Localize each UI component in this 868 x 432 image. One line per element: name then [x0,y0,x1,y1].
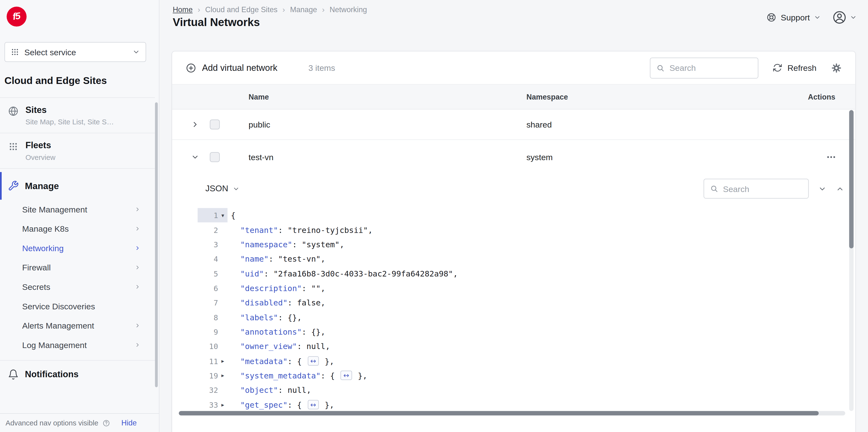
sidebar-item-service-discoveries[interactable]: Service Discoveries [0,296,155,316]
column-header-actions: Actions [808,85,835,109]
sidebar-item-log-management[interactable]: Log Management [0,335,155,355]
breadcrumb-separator: › [322,5,324,13]
row-checkbox[interactable] [210,152,220,162]
refresh-button[interactable]: Refresh [773,63,816,72]
sidebar-item-fleets[interactable]: FleetsOverview [0,133,155,169]
code-text: "namespace": "system", [227,240,344,249]
sidebar-item-site-management[interactable]: Site Management [0,200,155,219]
vertical-scrollbar [849,110,854,411]
chevron-down-icon[interactable] [818,185,826,193]
account-menu[interactable] [832,10,857,25]
code-line: 4"name": "test-vn", [172,252,847,266]
code-line: 6"description": "", [172,281,847,295]
code-text: "get_spec": { ↔ }, [227,400,334,410]
sidebar-item-manage-k8s[interactable]: Manage K8s [0,219,155,238]
breadcrumb-item-cloud-and-edge-sites[interactable]: Cloud and Edge Sites [205,5,278,13]
table-search[interactable] [650,57,758,78]
breadcrumb-item-home[interactable]: Home [173,5,193,13]
service-selector[interactable]: Select service [4,42,146,62]
sidebar-item-label: Manage K8s [22,224,69,234]
line-number: 3 [197,240,218,249]
code-text: { [227,211,236,220]
code-line: 5"uid": "2faa16b8-3d0c-4033-bac2-99fa642… [172,266,847,281]
chevron-right-icon [134,284,141,290]
fold-open-icon[interactable]: ▾ [218,212,228,218]
json-search[interactable] [704,179,809,199]
settings-icon[interactable] [831,62,842,73]
sidebar-item-alerts-management[interactable]: Alerts Management [0,316,155,335]
f5-logo-text: f5 [12,11,21,23]
sidebar-item-label: Manage [25,180,59,191]
json-viewer-controls [704,179,844,199]
support-label: Support [781,13,810,22]
sidebar-item-firewall[interactable]: Firewall [0,258,155,277]
header-actions: Support [767,10,857,25]
sidebar-footer: Advanced nav options visible Hide [0,413,159,432]
sidebar-item-label: Notifications [25,369,79,379]
table-search-input[interactable] [670,63,752,72]
chevron-right-icon [134,206,141,212]
sidebar-item-label: Alerts Management [22,321,94,330]
row-name: public [249,120,270,129]
json-code-editor[interactable]: 1▾{2"tenant": "treino-tyjcbsii",3"namesp… [172,208,847,432]
horizontal-scrollbar [179,411,845,416]
expand-row-icon[interactable] [191,120,199,129]
fold-closed-icon[interactable]: ▸ [218,402,228,408]
view-mode-dropdown[interactable]: JSON [205,184,240,194]
code-text: "owner_view": null, [227,342,330,351]
row-checkbox[interactable] [210,120,220,130]
sidebar-item-label: Site Management [22,205,87,214]
table-row-test-vn[interactable]: test-vnsystem [172,140,855,174]
refresh-label: Refresh [787,63,816,72]
sidebar-scrollbar-thumb[interactable] [155,102,158,387]
chevron-right-icon [134,264,141,270]
sidebar-item-notifications[interactable]: Notifications [0,360,155,388]
chevron-right-icon [134,226,141,232]
app-window: f5 Select service Cloud and Edge Sites S… [0,0,868,432]
chevron-up-icon[interactable] [836,185,844,193]
apps-grid-icon [10,47,19,56]
hide-advanced-nav-link[interactable]: Hide [121,419,136,427]
row-actions-icon[interactable] [826,152,836,162]
table-row-public[interactable]: publicshared [172,109,855,140]
code-line: 33▸"get_spec": { ↔ }, [172,397,847,412]
horizontal-scrollbar-thumb[interactable] [179,411,818,416]
f5-logo[interactable]: f5 [7,7,27,27]
chevron-right-icon [134,342,141,348]
breadcrumb-item-manage[interactable]: Manage [290,5,317,13]
breadcrumb-separator: › [197,5,200,13]
code-gutter: 10 [172,339,227,354]
vertical-scrollbar-thumb[interactable] [849,110,854,248]
sidebar-item-networking[interactable]: Networking [0,238,155,258]
fold-closed-icon[interactable]: ▸ [218,358,228,364]
json-search-input[interactable] [723,184,803,194]
breadcrumb: Home›Cloud and Edge Sites›Manage›Network… [173,5,367,13]
code-text: "object": null, [227,386,311,395]
manage-icon [8,180,19,191]
collapsed-content-icon[interactable]: ↔ [341,371,352,380]
collapsed-content-icon[interactable]: ↔ [308,356,319,366]
collapsed-content-icon[interactable]: ↔ [308,400,319,410]
collapse-row-icon[interactable] [191,153,199,161]
breadcrumb-separator: › [282,5,285,13]
code-gutter: 1▾ [172,208,227,223]
code-line: 2"tenant": "treino-tyjcbsii", [172,223,847,237]
fold-closed-icon[interactable]: ▸ [218,373,228,379]
chevron-down-icon [132,48,140,56]
line-number: 10 [197,342,218,351]
chevron-down-icon [850,14,857,21]
sites-icon [8,106,19,117]
service-selector-label: Select service [24,47,127,57]
sidebar-item-secrets[interactable]: Secrets [0,277,155,297]
items-count: 3 items [308,63,335,72]
line-number: 6 [197,284,218,293]
sidebar-item-sites[interactable]: SitesSite Map, Site List, Site S… [0,97,155,133]
column-header-name: Name [249,85,269,109]
add-virtual-network-button[interactable]: Add virtual network [185,62,277,73]
breadcrumb-item-networking: Networking [330,5,367,13]
sidebar-item-manage[interactable]: Manage [0,172,155,200]
support-menu[interactable]: Support [767,12,821,23]
info-icon[interactable] [102,419,110,427]
chevron-right-icon [134,323,141,329]
search-icon [710,184,718,193]
